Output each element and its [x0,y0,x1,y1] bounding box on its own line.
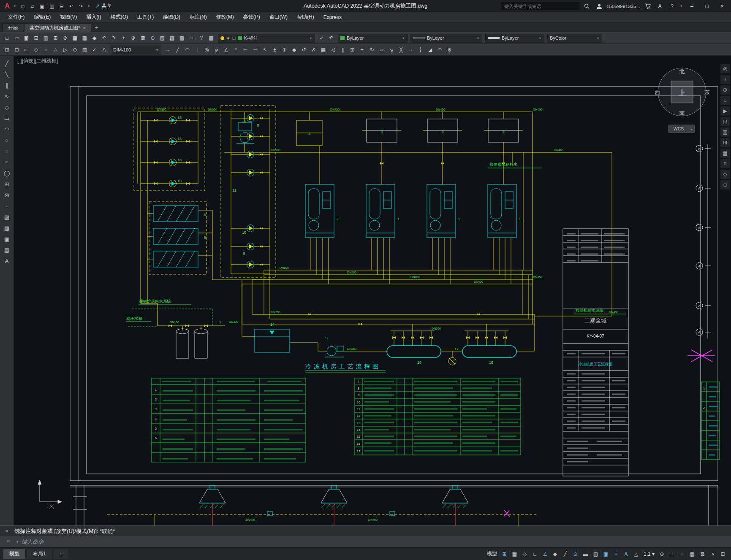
grid-display-button[interactable]: ⊞ [499,549,509,559]
menu-format[interactable]: 格式(O) [106,12,133,22]
undo-button[interactable]: ↶ [99,34,109,43]
dimension-update-button[interactable]: ↺ [299,46,309,54]
compass-east[interactable]: 东 [704,89,710,95]
trim-button[interactable]: ╳ [396,46,406,54]
recent-commands-caret-icon[interactable]: ▾ [16,540,19,544]
explode-button[interactable]: ⊗ [445,46,454,54]
multileader-button[interactable]: ↖ [260,46,270,54]
pan-button[interactable]: + [119,34,128,43]
zoom-window-button[interactable]: ⊠ [138,34,148,43]
add-layout-button[interactable]: + [54,549,68,559]
publish-button[interactable]: ⊞ [51,34,60,43]
infer-constraints-button[interactable]: ◇ [519,549,530,559]
save-as-button[interactable]: ▥ [47,2,57,11]
menu-help[interactable]: 帮助(H) [292,12,319,22]
help-button[interactable]: ? [196,34,206,43]
new-tab-button[interactable]: + [92,23,101,32]
fillet-button[interactable]: ◠ [435,46,445,54]
group-button[interactable]: ○ [41,46,51,54]
model-tab[interactable]: 模型 [3,549,25,559]
layer-panel-button[interactable]: ▤ [720,117,730,126]
plot-button[interactable]: ⊟ [31,34,41,43]
clean-screen-button[interactable]: ⊡ [717,549,728,559]
mirror-button[interactable]: ◁ [328,46,338,54]
tolerance-button[interactable]: ± [270,46,280,54]
layer-combo[interactable]: ✶ ▢ K-标注 ▾ [218,34,315,43]
plot-preview-button[interactable]: ▥ [41,34,51,43]
layer-previous-button[interactable]: ↶ [326,34,336,43]
gradient-tool[interactable]: ▩ [2,223,12,233]
dynamic-input-button[interactable]: ≡ [611,549,621,559]
units-button[interactable]: ◌ [677,549,687,559]
object-snap-tracking-button[interactable]: ╱ [560,549,570,559]
angular-dimension-button[interactable]: ∠ [221,46,231,54]
linear-dimension-button[interactable]: ↔ [163,46,173,54]
new-file-button[interactable]: □ [18,2,27,11]
osnap-settings-button[interactable]: ⊙ [70,46,80,54]
model-space-button[interactable]: 模型 [484,549,499,559]
annotation-visibility-button[interactable]: A [621,549,631,559]
save-button[interactable]: ▣ [22,34,31,43]
share-button[interactable]: ↗ 共享 [92,3,115,10]
help-caret-icon[interactable]: ▾ [679,4,683,8]
diameter-dimension-button[interactable]: ⌀ [212,46,221,54]
text-style-button[interactable]: A [99,46,109,54]
zoom-extents-button[interactable]: ⊕ [720,85,730,95]
menu-window[interactable]: 窗口(W) [265,12,292,22]
continue-dimension-button[interactable]: ⊣ [250,46,260,54]
save-button[interactable]: ▣ [37,2,47,11]
dimension-edit-button[interactable]: ◆ [289,46,299,54]
quick-select-button[interactable]: ◇ [31,46,41,54]
annotation-scale-button[interactable]: 1:1 ▾ [641,549,657,559]
open-file-button[interactable]: ▱ [27,2,37,11]
username[interactable]: 15059991335... [606,4,640,9]
groups-panel-button[interactable]: ▦ [720,149,730,158]
menu-edit[interactable]: 编辑(E) [29,12,55,22]
workspace-switching-button[interactable]: ⊛ [657,549,667,559]
quick-properties-button[interactable]: ▤ [687,549,697,559]
user-icon[interactable] [594,2,604,11]
ortho-mode-button[interactable]: ∟ [530,549,540,559]
compass-south[interactable]: 南 [679,110,685,116]
ungroup-button[interactable]: △ [51,46,60,54]
region-tool[interactable]: ▣ [2,234,12,244]
line-tool[interactable]: ╱ [2,58,12,68]
command-line[interactable]: ≡ ▾ 键入命令 [0,536,731,547]
menu-draw[interactable]: 绘图(D) [158,12,185,22]
qat-customize-caret-icon[interactable]: ▾ [87,4,90,8]
xref-panel-button[interactable]: ≡ [720,159,730,168]
app-logo[interactable]: A [3,2,12,11]
stretch-button[interactable]: ↘ [386,46,396,54]
views-panel-button[interactable]: □ [720,180,730,189]
ellipse-tool[interactable]: ◯ [2,168,12,178]
wcs-control[interactable]: WCS ▾ [668,125,695,133]
properties-button[interactable]: ▧ [158,34,167,43]
plot-style-combo[interactable]: ByColor ▾ [547,34,602,43]
snap-mode-button[interactable]: ▦ [509,549,519,559]
break-button[interactable]: ╎ [416,46,425,54]
paste-button[interactable]: ▤ [80,34,90,43]
lineweight-display-button[interactable]: ▬ [580,549,590,559]
undo-button[interactable]: ↶ [66,2,76,11]
extend-button[interactable]: → [406,46,416,54]
tab-close-icon[interactable]: × [83,25,85,30]
table-tool[interactable]: ▦ [2,245,12,255]
zoom-previous-button[interactable]: ⊙ [148,34,158,43]
cut-button[interactable]: ⊘ [60,34,70,43]
search-icon[interactable] [582,2,592,11]
polar-tracking-button[interactable]: ∠ [540,549,550,559]
showmotion-button[interactable]: ▶ [720,106,730,116]
menu-tools[interactable]: 工具(T) [133,12,158,22]
cart-icon[interactable] [643,2,652,11]
polyline-tool[interactable]: ∿ [2,91,12,101]
multiline-tool[interactable]: ∥ [2,80,12,90]
scale-button[interactable]: ▱ [377,46,386,54]
point-tool[interactable]: ∙ [2,201,12,211]
dim-style-combo[interactable]: DIM-100 ▾ [111,46,161,54]
object-snap-button[interactable]: ⊙ [570,549,580,559]
graphics-performance-button[interactable]: ◑ [707,549,717,559]
layer-make-current-button[interactable]: ✓ [317,34,326,43]
revcloud-tool[interactable]: ◌ [2,146,12,156]
zoom-realtime-button[interactable]: ⊕ [128,34,138,43]
new-button[interactable]: □ [2,34,12,43]
